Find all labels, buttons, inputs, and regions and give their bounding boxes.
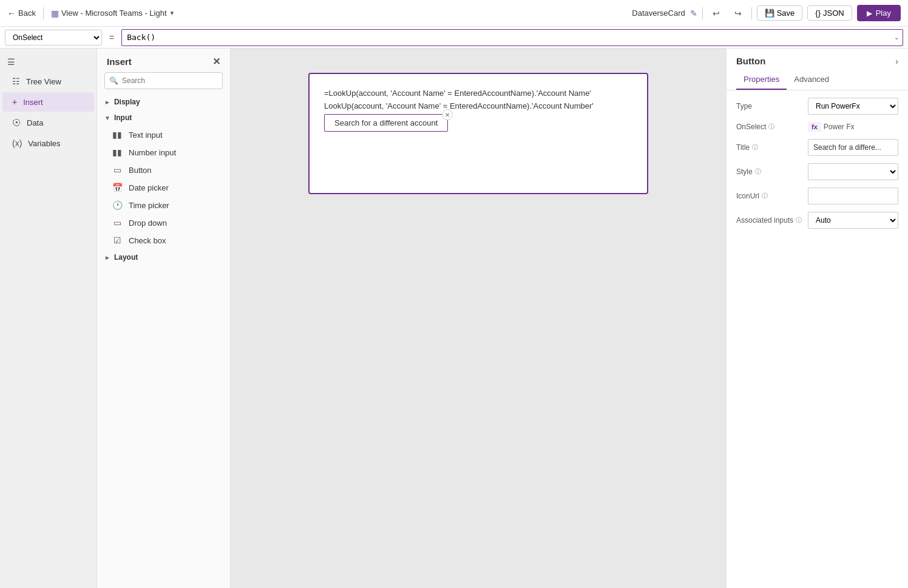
json-button[interactable]: {} JSON	[807, 5, 852, 21]
insert-close-button[interactable]: ✕	[212, 56, 220, 67]
tab-properties-label: Properties	[744, 75, 779, 84]
iconurl-info-icon[interactable]: ⓘ	[762, 192, 768, 200]
prop-onselect-text: OnSelect	[736, 123, 766, 131]
insert-section-display-label: Display	[114, 98, 140, 106]
insert-item-button-label: Button	[129, 166, 152, 175]
tab-properties[interactable]: Properties	[736, 71, 787, 90]
insert-search-wrapper: 🔍	[104, 72, 223, 89]
play-button[interactable]: ▶ Play	[857, 5, 901, 21]
back-button[interactable]: ← Back	[7, 8, 36, 18]
insert-item-date-picker[interactable]: 📅 Date picker	[104, 179, 228, 196]
insert-item-time-picker[interactable]: 🕐 Time picker	[104, 197, 228, 214]
save-button[interactable]: 💾 Save	[757, 5, 803, 21]
prop-select-style[interactable]	[808, 163, 898, 180]
card-formula-text1: =LookUp(account, 'Account Name' = Entere…	[324, 89, 591, 98]
associated-inputs-info-icon[interactable]: ⓘ	[796, 216, 802, 225]
formula-input[interactable]	[122, 30, 890, 46]
undo-button[interactable]: ↩	[708, 6, 725, 21]
hamburger-icon[interactable]: ☰	[0, 53, 97, 70]
insert-item-text-input[interactable]: ▮▮ Text input	[104, 126, 228, 143]
prop-value-type: Run PowerFx	[808, 98, 898, 115]
card-container: =LookUp(account, 'Account Name' = Entere…	[308, 73, 648, 194]
insert-section-input[interactable]: ▼ Input	[97, 110, 230, 126]
card-formula-line1: =LookUp(account, 'Account Name' = Entere…	[324, 89, 632, 98]
right-panel: Button › Properties Advanced Type Run Po…	[726, 49, 908, 588]
search-icon: 🔍	[109, 76, 118, 85]
sidebar-item-tree-view[interactable]: ☷ Tree View	[2, 72, 94, 91]
save-label: Save	[777, 8, 795, 18]
input-chevron-icon: ▼	[104, 115, 110, 121]
sidebar-item-insert[interactable]: + Insert	[2, 92, 94, 112]
card-close-button[interactable]: ✕	[442, 109, 453, 120]
prop-iconurl-text: IconUrl	[736, 192, 759, 200]
canvas-area: =LookUp(account, 'Account Name' = Entere…	[231, 49, 726, 588]
insert-item-button[interactable]: ▭ Button	[104, 161, 228, 178]
prop-value-onselect: fx Power Fx	[808, 122, 898, 132]
sidebar-item-label-variables: Variables	[28, 139, 60, 148]
toolbar-left: ← Back ▦ View - Microsoft Teams - Light …	[7, 7, 627, 19]
right-panel-tabs: Properties Advanced	[727, 71, 908, 90]
button-icon: ▭	[112, 165, 123, 175]
prop-style-text: Style	[736, 167, 753, 176]
prop-label-title: Title ⓘ	[736, 143, 803, 152]
prop-value-title	[808, 139, 898, 156]
right-panel-content: Type Run PowerFx OnSelect ⓘ fx Power Fx	[727, 90, 908, 588]
redo-icon: ↪	[734, 8, 742, 18]
edit-icon[interactable]: ✎	[690, 8, 697, 18]
save-icon: 💾	[765, 8, 774, 18]
onselect-info-icon[interactable]: ⓘ	[768, 123, 774, 131]
toolbar-separator-2	[751, 7, 752, 19]
redo-button[interactable]: ↪	[730, 6, 747, 21]
insert-item-drop-down[interactable]: ▭ Drop down	[104, 214, 228, 231]
insert-item-check-box[interactable]: ☑ Check box	[104, 232, 228, 249]
title-info-icon[interactable]: ⓘ	[752, 143, 758, 152]
view-selector[interactable]: ▦ View - Microsoft Teams - Light ▼	[51, 8, 175, 18]
right-panel-expand-icon[interactable]: ›	[895, 56, 898, 66]
sidebar-item-label-tree-view: Tree View	[26, 77, 61, 86]
sidebar-item-label-insert: Insert	[23, 98, 43, 107]
view-chevron-icon: ▼	[169, 10, 175, 16]
card-search-button-label: Search for a different account	[334, 118, 438, 127]
back-label: Back	[18, 8, 36, 18]
prop-row-onselect: OnSelect ⓘ fx Power Fx	[736, 122, 898, 132]
prop-row-style: Style ⓘ	[736, 163, 898, 180]
card-search-button[interactable]: Search for a different account	[324, 114, 448, 132]
prop-input-title[interactable]	[808, 139, 898, 156]
prop-value-style	[808, 163, 898, 180]
formula-input-wrapper: ⌄	[121, 29, 903, 46]
prop-label-style: Style ⓘ	[736, 167, 803, 176]
sidebar-item-data[interactable]: 🖸 Data	[2, 113, 94, 132]
prop-value-iconurl	[808, 188, 898, 204]
prop-input-iconurl[interactable]	[808, 188, 898, 204]
insert-panel: Insert ✕ 🔍 ► Display ▼ Input ▮▮ Text inp…	[97, 49, 231, 588]
tab-advanced[interactable]: Advanced	[787, 71, 836, 90]
prop-fx-badge: fx	[808, 122, 821, 132]
prop-label-iconurl: IconUrl ⓘ	[736, 192, 803, 200]
text-input-icon: ▮▮	[112, 130, 123, 140]
insert-item-drop-down-label: Drop down	[129, 218, 167, 228]
insert-panel-title: Insert	[107, 56, 132, 67]
formula-select[interactable]: OnSelect	[5, 30, 102, 46]
prop-select-associated-inputs[interactable]: Auto	[808, 212, 898, 229]
card-formula-text2: LookUp(account, 'Account Name' = Entered…	[324, 101, 594, 110]
style-info-icon[interactable]: ⓘ	[755, 167, 761, 176]
formula-expand-icon[interactable]: ⌄	[890, 34, 903, 41]
insert-search-input[interactable]	[104, 72, 223, 89]
insert-section-input-label: Input	[114, 113, 132, 122]
insert-item-number-input-label: Number input	[129, 148, 176, 157]
tab-advanced-label: Advanced	[794, 75, 829, 84]
insert-panel-header: Insert ✕	[97, 49, 230, 72]
insert-section-display[interactable]: ► Display	[97, 94, 230, 110]
check-box-icon: ☑	[112, 235, 123, 245]
insert-item-number-input[interactable]: ▮▮ Number input	[104, 144, 228, 161]
play-label: Play	[876, 8, 891, 18]
variables-icon: (x)	[12, 138, 22, 148]
insert-item-date-picker-label: Date picker	[129, 183, 169, 192]
insert-section-layout[interactable]: ► Layout	[97, 249, 230, 265]
json-label: JSON	[823, 8, 844, 18]
prop-select-type[interactable]: Run PowerFx	[808, 98, 898, 115]
toolbar-right: DataverseCard ✎ ↩ ↪ 💾 Save {} JSON ▶ Pla…	[632, 5, 901, 21]
sidebar-item-variables[interactable]: (x) Variables	[2, 133, 94, 153]
formula-select-wrapper: OnSelect	[5, 30, 102, 46]
toolbar-separator	[702, 7, 703, 19]
